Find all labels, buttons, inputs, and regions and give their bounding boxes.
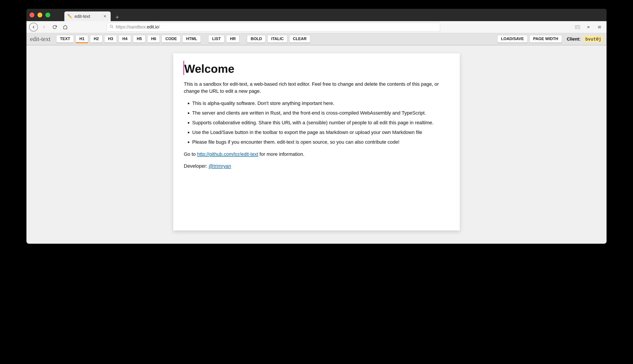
url-text: https://sandbox.edit.io/ [116,24,160,30]
reload-button[interactable] [50,23,59,32]
window-controls [30,12,50,18]
load-save-button[interactable]: LOAD/SAVE [497,35,528,43]
close-window-button[interactable] [30,12,34,18]
repo-link[interactable]: http://github.com/tcr/edit-text [197,151,258,157]
list-item[interactable]: The server and clients are written in Ru… [192,109,449,117]
navbar-right [573,23,604,32]
titlebar: ✏️ edit-text × + [26,9,606,21]
developer-link[interactable]: @trimryan [209,163,231,169]
page-area: Welcome This is a sandbox for edit-text,… [26,46,606,244]
text-button[interactable]: TEXT [56,35,74,43]
close-tab-icon[interactable]: × [102,14,108,19]
home-button[interactable] [61,23,70,32]
list-item[interactable]: Please file bugs if you encounter them. … [192,138,449,146]
document-sheet[interactable]: Welcome This is a sandbox for edit-text,… [173,53,460,230]
new-tab-button[interactable]: + [113,13,121,21]
pencil-icon: ✏️ [68,14,72,19]
list-item[interactable]: Supports collaborative editing. Share th… [192,119,449,126]
h1-button[interactable]: H1 [76,35,88,43]
browser-window: ✏️ edit-text × + https://sandbox.edit.io… [26,9,606,244]
h5-button[interactable]: H5 [133,35,146,43]
url-bar[interactable]: https://sandbox.edit.io/ [107,23,440,32]
bold-button[interactable]: BOLD [247,35,266,43]
list-item[interactable]: This is alpha-quality software. Don't st… [192,100,449,107]
app-title: edit-text [30,36,50,42]
italic-button[interactable]: ITALIC [267,35,288,43]
svg-line-1 [112,27,113,28]
app-toolbar: edit-text TEXT H1 H2 H3 H4 H5 H6 CODE HT… [26,33,606,46]
intro-paragraph[interactable]: This is a sandbox for edit-text, a web-b… [184,81,449,95]
code-button[interactable]: CODE [162,35,180,43]
h6-button[interactable]: H6 [147,35,160,43]
search-icon [110,24,114,30]
maximize-window-button[interactable] [46,12,50,18]
list-button[interactable]: LIST [208,35,224,43]
goto-paragraph[interactable]: Go to http://github.com/tcr/edit-text fo… [184,151,449,158]
menu-button[interactable] [595,23,604,32]
minimize-window-button[interactable] [38,12,42,18]
h3-button[interactable]: H3 [104,35,117,43]
clear-button[interactable]: CLEAR [289,35,310,43]
text-caret [184,61,184,75]
page-width-button[interactable]: PAGE WIDTH [530,35,562,43]
svg-rect-2 [575,25,580,29]
bullet-list[interactable]: This is alpha-quality software. Don't st… [184,100,449,146]
document-heading[interactable]: Welcome [184,62,449,75]
list-item[interactable]: Use the Load/Save button in the toolbar … [192,129,449,136]
tab-strip: ✏️ edit-text × + [56,9,121,21]
html-button[interactable]: HTML [182,35,201,43]
navbar: https://sandbox.edit.io/ [26,21,606,33]
forward-button[interactable] [40,23,48,32]
developer-paragraph[interactable]: Developer: @trimryan [184,162,449,170]
client-id-badge: bvut0j [584,36,603,42]
client-label: Client: [567,36,580,42]
browser-tab[interactable]: ✏️ edit-text × [64,12,111,21]
h2-button[interactable]: H2 [90,35,102,43]
h4-button[interactable]: H4 [118,35,131,43]
overflow-chevron-icon[interactable] [584,23,593,32]
reader-mode-icon[interactable] [573,23,582,32]
tab-title: edit-text [74,14,90,19]
hr-button[interactable]: HR [226,35,239,43]
back-button[interactable] [29,23,38,32]
